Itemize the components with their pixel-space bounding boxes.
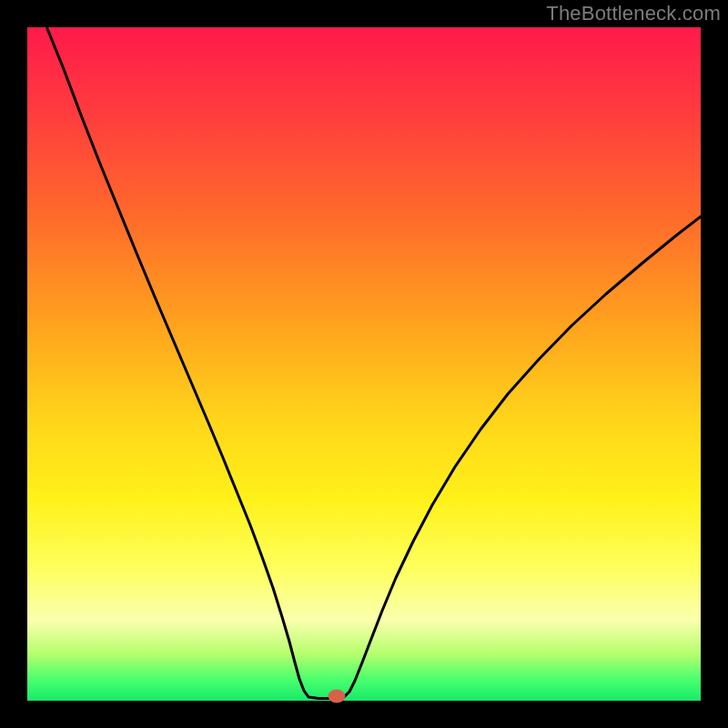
bottleneck-marker xyxy=(329,690,345,703)
plot-area xyxy=(27,27,701,701)
attribution-label: TheBottleneck.com xyxy=(546,2,721,25)
chart-frame: TheBottleneck.com xyxy=(0,0,728,728)
bottleneck-curve xyxy=(47,29,701,699)
plot-svg xyxy=(27,27,701,701)
